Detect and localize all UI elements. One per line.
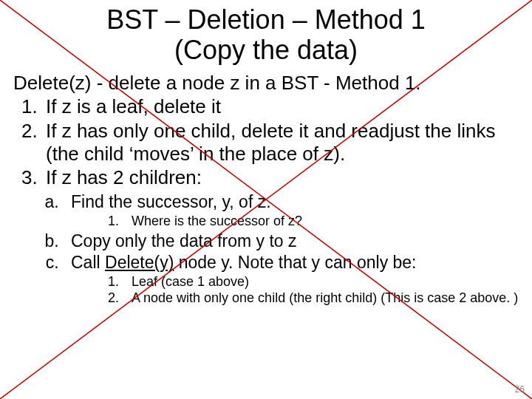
substep-c-suffix: node y. Note that y can only be:	[174, 253, 416, 272]
title-line-1: BST – Deletion – Method 1	[106, 4, 426, 35]
substep-c-underline: Delete(y)	[105, 253, 174, 272]
substep-c-1: Leaf (case 1 above)	[123, 274, 520, 290]
step-1: If z is a leaf, delete it	[43, 95, 520, 118]
substep-c: Call Delete(y) node y. Note that y can o…	[64, 253, 520, 307]
slide-title: BST – Deletion – Method 1 (Copy the data…	[0, 0, 532, 66]
step-3: If z has 2 children:	[43, 166, 520, 189]
slide-body: Delete(z) - delete a node z in a BST - M…	[0, 66, 532, 306]
page-number: 26	[515, 384, 525, 395]
title-line-2: (Copy the data)	[174, 35, 358, 65]
substep-b: Copy only the data from y to z	[64, 231, 520, 251]
substep-c-prefix: Call	[71, 253, 105, 272]
main-steps-list: If z is a leaf, delete it If z has only …	[12, 95, 520, 189]
substep-a-1: Where is the successor of z?	[123, 214, 520, 229]
delete-description: Delete(z) - delete a node z in a BST - M…	[13, 72, 520, 95]
slide: BST – Deletion – Method 1 (Copy the data…	[0, 0, 532, 399]
substeps-list: Find the successor, y, of z. Where is th…	[12, 192, 520, 306]
substep-a: Find the successor, y, of z. Where is th…	[64, 192, 520, 229]
step-2: If z has only one child, delete it and r…	[43, 120, 520, 165]
substep-a-text: Find the successor, y, of z.	[71, 192, 271, 211]
substep-a-inner: Where is the successor of z?	[71, 214, 520, 229]
substep-c-inner: Leaf (case 1 above) A node with only one…	[71, 274, 520, 306]
substep-c-2: A node with only one child (the right ch…	[123, 290, 520, 306]
